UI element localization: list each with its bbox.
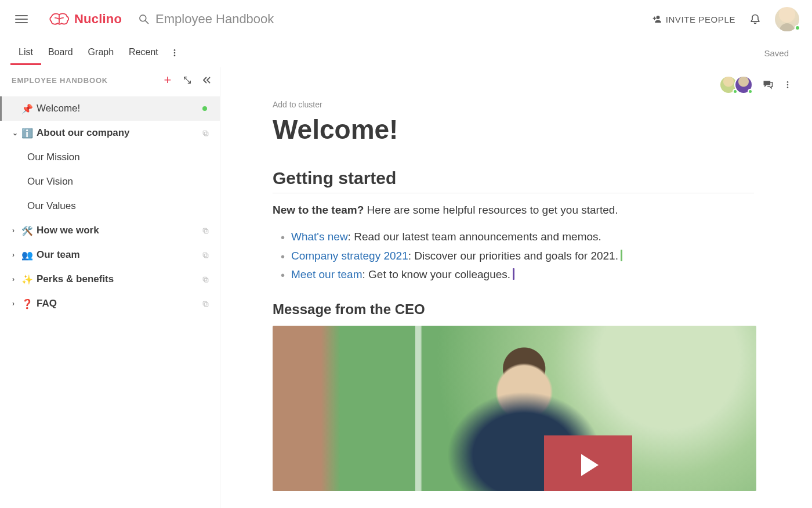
sidebar-item[interactable]: ›🛠️How we work xyxy=(0,218,220,243)
sidebar-item-label: Our Values xyxy=(27,200,212,212)
svg-rect-14 xyxy=(204,302,208,307)
svg-point-18 xyxy=(787,87,789,88)
play-button[interactable] xyxy=(544,435,632,491)
sidebar-item[interactable]: ⌄ℹ️About our company xyxy=(0,121,220,145)
top-bar: Nuclino INVITE PEOPLE xyxy=(0,0,812,38)
more-vert-icon xyxy=(170,48,179,57)
item-emoji: ✨ xyxy=(21,274,33,285)
collapse-sidebar-button[interactable] xyxy=(199,72,215,88)
tab-list[interactable]: List xyxy=(19,41,33,64)
section-heading[interactable]: Message from the CEO xyxy=(273,301,754,318)
sidebar-item[interactable]: Our Values xyxy=(0,194,220,218)
tab-graph[interactable]: Graph xyxy=(88,41,114,64)
expand-icon[interactable] xyxy=(179,72,195,88)
doc-link[interactable]: Company strategy 2021 xyxy=(291,250,408,262)
svg-point-4 xyxy=(173,52,175,54)
collaborator-cursor xyxy=(621,250,622,261)
sidebar-item[interactable]: ›👥Our team xyxy=(0,243,220,267)
comments-icon[interactable] xyxy=(762,79,774,91)
item-emoji: 📌 xyxy=(21,103,33,114)
list-item[interactable]: Meet our team: Get to know your colleagu… xyxy=(278,265,754,284)
notifications-icon[interactable] xyxy=(749,13,761,26)
item-emoji: ℹ️ xyxy=(21,128,33,139)
page-more-icon[interactable] xyxy=(783,80,792,89)
add-to-cluster-button[interactable]: Add to cluster xyxy=(273,100,322,109)
bullet-text: : Read our latest team announcements and… xyxy=(348,230,601,243)
svg-rect-10 xyxy=(204,254,208,258)
sidebar-item-label: Welcome! xyxy=(37,103,202,114)
copy-icon[interactable] xyxy=(202,227,209,235)
item-emoji: ❓ xyxy=(21,298,33,309)
sidebar-item-label: How we work xyxy=(37,225,202,236)
svg-point-2 xyxy=(656,16,659,19)
intro-paragraph[interactable]: New to the team? Here are some helpful r… xyxy=(273,201,754,218)
view-tabs-bar: ListBoardGraphRecent Saved xyxy=(0,38,812,67)
page-title[interactable]: Welcome! xyxy=(273,114,754,145)
sidebar-item[interactable]: ›✨Perks & benefits xyxy=(0,267,220,291)
sidebar: EMPLOYEE HANDBOOK + 📌Welcome!⌄ℹ️About ou… xyxy=(0,67,220,508)
tab-board[interactable]: Board xyxy=(48,41,73,64)
svg-line-1 xyxy=(146,21,148,24)
brain-icon xyxy=(49,12,70,27)
presence-avatars[interactable] xyxy=(719,75,753,94)
brand-name: Nuclino xyxy=(74,12,122,27)
section-heading[interactable]: Getting started xyxy=(273,168,754,188)
chevron-icon: › xyxy=(12,275,19,283)
svg-point-16 xyxy=(787,81,789,83)
item-emoji: 🛠️ xyxy=(21,225,33,236)
add-page-button[interactable]: + xyxy=(160,72,176,88)
tab-recent[interactable]: Recent xyxy=(129,41,158,64)
svg-rect-15 xyxy=(203,301,207,305)
sidebar-item-label: About our company xyxy=(37,127,202,139)
sidebar-item[interactable]: Our Vision xyxy=(0,170,220,194)
search[interactable] xyxy=(138,12,399,27)
svg-point-17 xyxy=(787,84,789,86)
breadcrumb[interactable]: EMPLOYEE HANDBOOK xyxy=(12,76,108,85)
user-avatar[interactable] xyxy=(775,7,799,31)
intro-bold: New to the team? xyxy=(273,204,364,216)
svg-rect-7 xyxy=(203,131,207,135)
svg-point-3 xyxy=(173,49,175,51)
status-dot xyxy=(202,106,207,111)
sidebar-item[interactable]: Our Mission xyxy=(0,145,220,170)
view-more-button[interactable] xyxy=(170,48,179,57)
chevron-icon: › xyxy=(12,226,19,235)
doc-link[interactable]: What's new xyxy=(291,230,348,243)
invite-people-button[interactable]: INVITE PEOPLE xyxy=(652,14,735,24)
sidebar-item-label: Perks & benefits xyxy=(37,273,202,285)
content-area: Add to cluster Welcome! Getting started … xyxy=(220,67,812,508)
bullet-text: : Discover our priorities and goals for … xyxy=(408,250,618,262)
svg-rect-12 xyxy=(204,278,208,282)
divider xyxy=(273,193,754,193)
saved-status: Saved xyxy=(764,48,789,58)
svg-rect-9 xyxy=(203,228,207,232)
sidebar-item[interactable]: ›❓FAQ xyxy=(0,291,220,316)
sidebar-item-label: Our Vision xyxy=(27,176,212,188)
menu-icon[interactable] xyxy=(15,13,28,26)
copy-icon[interactable] xyxy=(202,300,209,308)
sidebar-item-label: FAQ xyxy=(37,298,202,309)
copy-icon[interactable] xyxy=(202,251,209,259)
svg-rect-6 xyxy=(204,132,208,136)
chevron-icon: ⌄ xyxy=(12,129,19,137)
svg-rect-11 xyxy=(203,253,207,257)
ceo-video[interactable] xyxy=(273,326,756,491)
svg-rect-8 xyxy=(204,229,208,233)
collaborator-avatar[interactable] xyxy=(734,75,753,94)
svg-point-0 xyxy=(140,15,146,21)
app-logo[interactable]: Nuclino xyxy=(49,12,122,27)
doc-link[interactable]: Meet our team xyxy=(291,268,362,280)
intro-rest: Here are some helpful resources to get y… xyxy=(364,204,618,216)
play-icon xyxy=(581,454,599,476)
invite-label: INVITE PEOPLE xyxy=(666,15,735,24)
bullet-text: : Get to know your colleagues. xyxy=(362,268,511,280)
list-item[interactable]: Company strategy 2021: Discover our prio… xyxy=(278,247,754,265)
list-item[interactable]: What's new: Read our latest team announc… xyxy=(278,228,754,246)
person-add-icon xyxy=(652,14,662,24)
sidebar-item[interactable]: 📌Welcome! xyxy=(0,96,220,121)
copy-icon[interactable] xyxy=(202,129,209,137)
svg-point-5 xyxy=(173,55,175,56)
sidebar-item-label: Our team xyxy=(37,249,202,261)
search-input[interactable] xyxy=(155,12,399,27)
copy-icon[interactable] xyxy=(202,276,209,283)
